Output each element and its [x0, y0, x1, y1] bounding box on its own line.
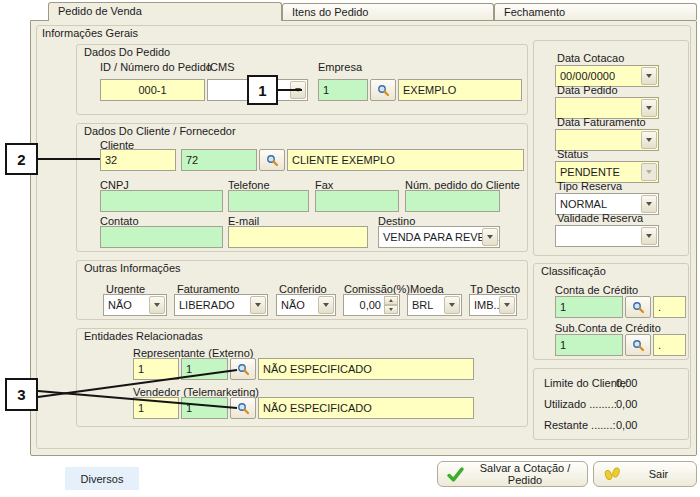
callout-1: 1	[247, 75, 278, 105]
vendedor-search-button[interactable]	[230, 397, 256, 419]
faturamento-combo[interactable]: LIBERADO	[174, 294, 268, 316]
utilizado-value: 0,00	[616, 398, 637, 410]
icms-dropdown-button[interactable]	[290, 81, 306, 99]
comissao-spin-down-button[interactable]	[384, 305, 398, 314]
search-icon	[237, 402, 250, 415]
cliente-search-button[interactable]	[259, 149, 285, 171]
salvar-button-label: Salvar a Cotação / Pedido	[472, 462, 578, 486]
utilizado-row: Utilizado ........: 0,00	[544, 398, 682, 410]
num-pedido-cliente-field[interactable]	[405, 190, 500, 212]
pedido-de-venda-window: Pedido de Venda Itens do Pedido Fechamen…	[0, 0, 700, 497]
salvar-cotacao-pedido-button[interactable]: Salvar a Cotação / Pedido	[437, 461, 588, 487]
destino-combo[interactable]: VENDA PARA REVEN...	[378, 226, 500, 248]
conferido-value: NÃO	[281, 299, 305, 311]
chevron-down-icon	[646, 138, 652, 142]
cnpj-field[interactable]	[100, 190, 223, 212]
chevron-down-icon	[646, 74, 652, 78]
data-faturamento-label: Data Faturamento	[557, 116, 646, 128]
comissao-spin-up-button[interactable]	[384, 296, 398, 305]
faturamento-value: LIBERADO	[179, 299, 235, 311]
empresa-code-field[interactable]: 1	[318, 79, 368, 101]
cliente-nome-field[interactable]: CLIENTE EXEMPLO	[287, 149, 524, 171]
representante-nome-field[interactable]: NÃO ESPECIFICADO	[258, 358, 474, 380]
data-pedido-dropdown-button[interactable]	[641, 99, 657, 117]
contato-field[interactable]	[100, 226, 223, 248]
conta-credito-search-button[interactable]	[625, 296, 651, 318]
tipo-reserva-label: Tipo Reserva	[557, 180, 622, 192]
vendedor-loja-field[interactable]: 1	[181, 397, 228, 419]
faturamento-dropdown-button[interactable]	[250, 296, 266, 314]
chevron-down-icon	[323, 303, 329, 307]
search-icon	[266, 154, 279, 167]
conta-credito-label: Conta de Crédito	[555, 284, 638, 296]
conferido-dropdown-button[interactable]	[318, 296, 334, 314]
subconta-credito-search-button[interactable]	[625, 334, 651, 356]
tp-descto-combo[interactable]: IMB...	[469, 294, 517, 316]
check-icon	[447, 467, 464, 482]
vendedor-nome-field[interactable]: NÃO ESPECIFICADO	[258, 397, 474, 419]
urgente-dropdown-button[interactable]	[149, 296, 165, 314]
cliente-loja-field[interactable]: 72	[181, 149, 257, 171]
fax-field[interactable]	[315, 190, 399, 212]
chevron-down-icon	[646, 170, 652, 174]
restante-row: Restante .......: 0,00	[544, 419, 682, 431]
urgente-combo[interactable]: NÃO	[103, 294, 167, 316]
validade-reserva-combo[interactable]	[555, 225, 659, 247]
validade-reserva-label: Validade Reserva	[557, 212, 643, 224]
utilizado-label: Utilizado ........:	[544, 398, 617, 410]
chevron-down-icon	[295, 88, 301, 92]
empresa-label: Empresa	[318, 61, 362, 73]
representante-loja-field[interactable]: 1	[181, 358, 228, 380]
dados-cliente-title: Dados Do Cliente / Fornecedor	[84, 125, 236, 137]
conta-credito-code-field[interactable]: 1	[555, 296, 623, 318]
search-icon	[632, 339, 645, 352]
tab-fechamento[interactable]: Fechamento	[494, 3, 697, 20]
conferido-combo[interactable]: NÃO	[276, 294, 336, 316]
data-faturamento-dropdown-button[interactable]	[641, 131, 657, 149]
tab-pedido-de-venda[interactable]: Pedido de Venda	[48, 2, 282, 21]
urgente-value: NÃO	[108, 299, 132, 311]
status-dropdown-button	[641, 163, 657, 181]
moeda-value: BRL	[412, 299, 433, 311]
search-icon	[377, 84, 390, 97]
data-pedido-label: Data Pedido	[557, 84, 618, 96]
classificacao-title: Classificação	[541, 265, 606, 277]
chevron-down-icon	[487, 235, 493, 239]
subconta-credito-label: Sub.Conta de Crédito	[555, 322, 661, 334]
destino-dropdown-button[interactable]	[482, 228, 498, 246]
conta-credito-desc-field[interactable]: .	[653, 296, 686, 318]
tipo-reserva-value: NORMAL	[560, 198, 607, 210]
footprints-icon	[603, 466, 622, 482]
chevron-down-icon	[646, 106, 652, 110]
restante-label: Restante .......:	[544, 419, 616, 431]
vendedor-code-field[interactable]: 1	[133, 397, 179, 419]
moeda-combo[interactable]: BRL	[407, 294, 462, 316]
callout-2: 2	[5, 143, 38, 175]
cliente-code-field[interactable]: 32	[100, 149, 176, 171]
representante-search-button[interactable]	[230, 358, 256, 380]
search-icon	[632, 301, 645, 314]
empresa-name-field[interactable]: EXEMPLO	[398, 79, 522, 101]
data-cotacao-dropdown-button[interactable]	[641, 67, 657, 85]
sair-button[interactable]: Sair	[593, 461, 697, 487]
validade-reserva-dropdown-button[interactable]	[641, 227, 657, 245]
moeda-dropdown-button[interactable]	[444, 296, 460, 314]
subconta-credito-desc-field[interactable]: .	[653, 334, 686, 356]
dados-do-pedido-title: Dados Do Pedido	[84, 46, 170, 58]
informacoes-gerais-title: Informações Gerais	[42, 27, 138, 39]
id-numero-pedido-field[interactable]: 000-1	[100, 79, 205, 101]
empresa-search-button[interactable]	[370, 79, 396, 101]
chevron-down-icon	[389, 308, 393, 311]
data-cotacao-value: 00/00/0000	[560, 70, 615, 82]
comissao-value: 0,00	[360, 299, 381, 311]
representante-code-field[interactable]: 1	[133, 358, 179, 380]
tipo-reserva-dropdown-button[interactable]	[641, 195, 657, 213]
telefone-field[interactable]	[228, 190, 309, 212]
tp-descto-dropdown-button[interactable]	[499, 296, 515, 314]
tab-itens-do-pedido[interactable]: Itens do Pedido	[282, 3, 494, 20]
email-field[interactable]	[228, 226, 368, 248]
subconta-credito-code-field[interactable]: 1	[555, 334, 623, 356]
comissao-spinner[interactable]: 0,00	[343, 294, 400, 316]
diversos-button[interactable]: Diversos	[65, 467, 139, 490]
chevron-down-icon	[646, 234, 652, 238]
